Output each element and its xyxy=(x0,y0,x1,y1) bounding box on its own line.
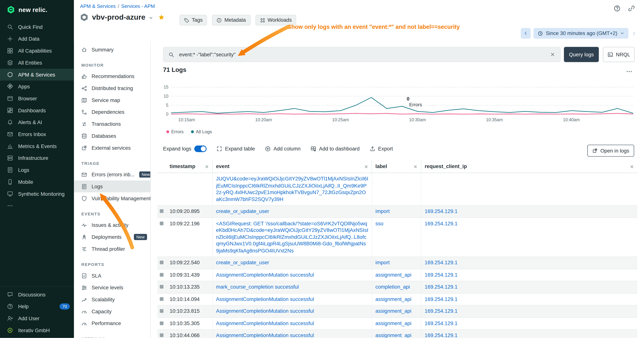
remove-column-timestamp-icon[interactable] xyxy=(204,164,209,169)
breadcrumb-services-apm[interactable]: Services - APM xyxy=(121,3,155,9)
nav-item-alerts-ai[interactable]: Alerts & AI xyxy=(0,116,74,128)
help-circle-icon[interactable] xyxy=(614,5,620,12)
nav-item-all-capabilities[interactable]: All Capabilities xyxy=(0,45,74,57)
nav-item-all-entities[interactable]: All Entities xyxy=(0,57,74,69)
remove-column-event-icon[interactable] xyxy=(364,164,368,169)
sidebar-item-vulnerability-management[interactable]: Vulnerability Management xyxy=(74,192,150,204)
time-range-back-button[interactable] xyxy=(521,28,531,39)
open-in-logs-button[interactable]: Open in logs xyxy=(587,145,634,157)
row-checkbox[interactable] xyxy=(160,309,164,313)
sidebar-item-sla[interactable]: SLA xyxy=(74,270,150,282)
sidebar-item-errors-errors-inb[interactable]: Errors (errors inb...New xyxy=(74,169,150,181)
nrql-button[interactable]: NRQL xyxy=(603,47,634,62)
nav-item-apps[interactable]: Apps xyxy=(0,81,74,93)
sidebar-item-thread-profiler[interactable]: Thread profiler xyxy=(74,243,150,255)
sidebar-item-service-levels[interactable]: Service levels xyxy=(74,282,150,294)
favorite-star-icon[interactable] xyxy=(158,14,165,21)
legend-item-errors[interactable]: Errors xyxy=(166,129,184,134)
ip-link[interactable]: 169.254.129.1 xyxy=(425,320,458,327)
ip-link[interactable]: 169.254.129.1 xyxy=(425,208,458,215)
row-checkbox[interactable] xyxy=(160,273,164,276)
nav-item-iterativ-gmbh[interactable]: Iterativ GmbH xyxy=(0,324,74,336)
copy-link-icon[interactable] xyxy=(628,5,635,12)
label-link[interactable]: assignment_api xyxy=(376,332,412,338)
event-link[interactable]: AssignmentCompletionMutation successful xyxy=(216,320,314,327)
chart-more-menu-icon[interactable] xyxy=(626,68,632,75)
sidebar-item-dependencies[interactable]: Dependencies xyxy=(74,106,150,118)
event-link[interactable]: mark_course_completion successful xyxy=(216,284,299,290)
nav-item-synthetic-monitoring[interactable]: Synthetic Monitoring xyxy=(0,188,74,200)
sidebar-item-summary[interactable]: Summary xyxy=(74,44,150,56)
event-link[interactable]: AssignmentCompletionMutation successful xyxy=(216,271,314,278)
sidebar-item-scalability[interactable]: Scalability xyxy=(74,293,150,305)
event-link[interactable]: AssignmentCompletionMutation successful xyxy=(216,308,314,314)
ip-link[interactable]: 169.254.129.1 xyxy=(425,296,458,302)
nav-item-discussions[interactable]: Discussions xyxy=(0,289,74,300)
label-link[interactable]: assignment_api xyxy=(376,271,412,278)
label-link[interactable]: import xyxy=(376,259,390,266)
ip-link[interactable]: 169.254.129.1 xyxy=(425,308,458,314)
row-checkbox[interactable] xyxy=(160,221,164,225)
legend-item-all-logs[interactable]: All Logs xyxy=(191,129,212,134)
nav-item-quick-find[interactable]: Quick Find xyxy=(0,21,74,33)
nav-item-dashboards[interactable]: Dashboards xyxy=(0,104,74,116)
sidebar-item-recommendations[interactable]: Recommendations xyxy=(74,70,150,82)
expand-table-button[interactable]: Expand table xyxy=(216,146,255,152)
sidebar-item-service-map[interactable]: Service map xyxy=(74,94,150,106)
row-checkbox[interactable] xyxy=(160,321,164,325)
sidebar-item-deployments[interactable]: DeploymentsNew xyxy=(74,231,150,243)
event-link[interactable]: AssignmentCompletionMutation successful xyxy=(216,296,314,302)
time-picker[interactable]: Since 30 minutes ago (GMT+2) xyxy=(534,28,628,39)
label-link[interactable]: assignment_api xyxy=(376,296,412,302)
nav-item-infrastructure[interactable]: Infrastructure xyxy=(0,152,74,164)
sidebar-item-capacity[interactable]: Capacity xyxy=(74,305,150,317)
breadcrumb-apm-services[interactable]: APM & Services xyxy=(80,3,116,9)
row-checkbox[interactable] xyxy=(160,209,164,213)
clear-query-icon[interactable] xyxy=(550,52,555,57)
nav-item-help[interactable]: Help70 xyxy=(0,300,74,312)
row-checkbox[interactable] xyxy=(160,285,164,289)
nav-item-errors-inbox[interactable]: Errors Inbox xyxy=(0,128,74,140)
expand-logs-toggle[interactable] xyxy=(194,146,206,152)
event-link[interactable]: AssignmentCompletionMutation successful xyxy=(216,332,314,338)
event-link[interactable]: create_or_update_user xyxy=(216,259,269,266)
nav-item-metrics-events[interactable]: Metrics & Events xyxy=(0,140,74,152)
remove-column-label-icon[interactable] xyxy=(413,164,418,169)
time-range-forward-icon[interactable] xyxy=(631,31,637,36)
ip-link[interactable]: 169.254.129.1 xyxy=(425,284,458,290)
nav-item-browser[interactable]: Browser xyxy=(0,93,74,104)
label-link[interactable]: sso xyxy=(376,220,384,227)
row-checkbox[interactable] xyxy=(160,261,164,264)
nav-item-apm-services[interactable]: APM & Services xyxy=(0,69,74,81)
sidebar-item-transactions[interactable]: Transactions xyxy=(74,118,150,130)
row-checkbox[interactable] xyxy=(160,333,164,337)
nav-item-logs[interactable]: Logs xyxy=(0,164,74,176)
ip-link[interactable]: 169.254.129.1 xyxy=(425,220,458,227)
log-query-input[interactable] xyxy=(178,51,546,58)
nav-item-add-data[interactable]: Add Data xyxy=(0,33,74,45)
label-link[interactable]: completion_api xyxy=(376,284,410,290)
label-link[interactable]: assignment_api xyxy=(376,320,412,327)
entity-switcher-chevron-icon[interactable] xyxy=(149,16,153,20)
remove-column-request_client_ip-icon[interactable] xyxy=(630,164,634,169)
nav-item-mobile[interactable]: Mobile xyxy=(0,176,74,188)
sidebar-item-logs[interactable]: Logs xyxy=(74,180,150,192)
query-logs-button[interactable]: Query logs xyxy=(564,47,599,62)
ip-link[interactable]: 169.254.129.1 xyxy=(425,271,458,278)
nav-item-add-user[interactable]: Add User xyxy=(0,312,74,324)
event-link[interactable]: JUQVU&code=eyJraWQiOiJjcGItY29yZV8wOTl1M… xyxy=(216,176,368,203)
sidebar-item-external-services[interactable]: External services xyxy=(74,142,150,154)
event-link[interactable]: <ASGIRequest: GET '/sso/callback/?state=… xyxy=(216,220,368,254)
event-link[interactable]: create_or_update_user xyxy=(216,208,269,215)
sidebar-item-performance[interactable]: Performance xyxy=(74,317,150,329)
add-column-button[interactable]: Add column xyxy=(265,146,300,152)
add-to-dashboard-button[interactable]: Add to dashboard xyxy=(310,146,360,152)
export-button[interactable]: Export xyxy=(370,146,393,152)
sidebar-item-issues-activity[interactable]: Issues & activity xyxy=(74,219,150,231)
metadata-button[interactable]: Metadata xyxy=(212,15,250,26)
ip-link[interactable]: 169.254.129.1 xyxy=(425,332,458,338)
label-link[interactable]: import xyxy=(376,208,390,215)
sidebar-item-databases[interactable]: Databases xyxy=(74,130,150,142)
tags-button[interactable]: Tags xyxy=(180,15,207,26)
row-checkbox[interactable] xyxy=(160,297,164,301)
